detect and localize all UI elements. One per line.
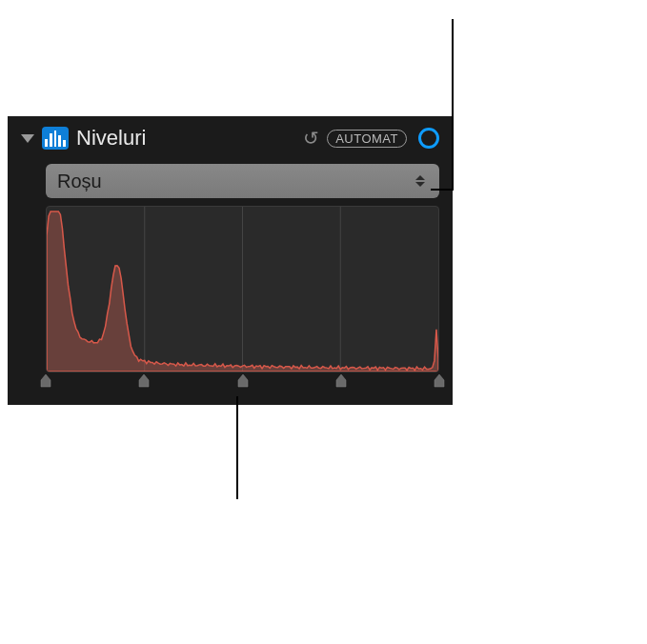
panel-header: Niveluri ↺ AUTOMAT: [8, 116, 453, 158]
callout-line: [236, 396, 238, 499]
disclosure-triangle-icon[interactable]: [21, 134, 34, 143]
black-point-slider[interactable]: [40, 374, 51, 388]
shadows-slider[interactable]: [138, 374, 150, 388]
channel-dropdown[interactable]: Roșu: [46, 164, 439, 198]
callout-line: [452, 19, 454, 191]
levels-histogram-icon: [42, 127, 69, 150]
panel-title: Niveluri: [76, 126, 295, 151]
levels-panel: Niveluri ↺ AUTOMAT Roșu: [8, 116, 453, 405]
histogram: [46, 206, 439, 372]
white-point-slider[interactable]: [434, 374, 445, 388]
histogram-chart: [47, 207, 438, 372]
undo-icon[interactable]: ↺: [303, 127, 319, 150]
updown-arrows-icon: [413, 175, 428, 187]
midtones-slider[interactable]: [237, 374, 249, 388]
callout-line: [431, 189, 454, 191]
highlights-slider[interactable]: [335, 374, 347, 388]
auto-button[interactable]: AUTOMAT: [327, 130, 407, 148]
levels-sliders: [46, 374, 439, 392]
dropdown-selected-label: Roșu: [57, 171, 413, 192]
enable-toggle[interactable]: [418, 128, 439, 149]
